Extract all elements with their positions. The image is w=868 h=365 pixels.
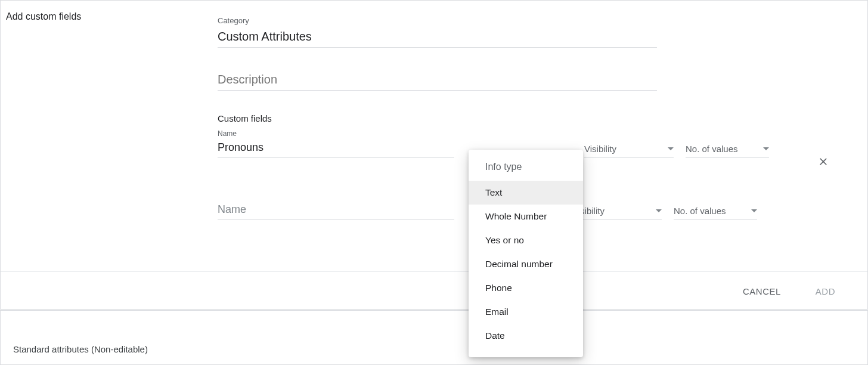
info-type-option-whole-number[interactable]: Whole Number [469, 205, 583, 228]
visibility-select[interactable]: Visibility [584, 141, 674, 158]
dialog-left-column: Add custom fields [1, 1, 218, 271]
description-field-group [218, 70, 867, 91]
dialog-title: Add custom fields [6, 11, 206, 22]
info-type-option-decimal-number[interactable]: Decimal number [469, 252, 583, 276]
chevron-down-icon [763, 147, 769, 150]
field-name-input[interactable] [218, 139, 454, 158]
standard-attributes-heading: Standard attributes (Non-editable) [13, 344, 867, 354]
category-value[interactable]: Custom Attributes [218, 27, 657, 48]
visibility-select[interactable]: Visibility [572, 203, 662, 220]
novalues-placeholder: No. of values [674, 206, 726, 216]
standard-attributes-section: Standard attributes (Non-editable) [0, 310, 868, 365]
info-type-option-yes-or-no[interactable]: Yes or no [469, 228, 583, 252]
chevron-down-icon [656, 209, 662, 212]
info-type-dropdown: Info type Text Whole Number Yes or no De… [469, 150, 583, 357]
name-sub-label: Name [218, 129, 867, 138]
info-type-option-text[interactable]: Text [469, 181, 583, 205]
info-type-dropdown-label: Info type [469, 157, 583, 181]
custom-fields-heading: Custom fields [218, 113, 867, 123]
info-type-option-phone[interactable]: Phone [469, 276, 583, 300]
cancel-button[interactable]: Cancel [743, 286, 781, 296]
description-input[interactable] [218, 70, 657, 91]
chevron-down-icon [751, 209, 757, 212]
dialog-actions: Cancel Add [1, 271, 867, 310]
chevron-down-icon [668, 147, 674, 150]
novalues-placeholder: No. of values [686, 144, 738, 154]
remove-row-button[interactable] [816, 154, 830, 169]
add-button[interactable]: Add [816, 286, 835, 296]
close-icon [817, 156, 829, 168]
dialog-body: Add custom fields Category Custom Attrib… [1, 1, 867, 271]
category-field-group: Category Custom Attributes [218, 16, 867, 48]
info-type-option-date[interactable]: Date [469, 324, 583, 348]
no-of-values-select[interactable]: No. of values [686, 141, 769, 158]
add-custom-fields-dialog: Add custom fields Category Custom Attrib… [0, 0, 868, 310]
category-label: Category [218, 16, 867, 25]
info-type-option-email[interactable]: Email [469, 300, 583, 324]
visibility-placeholder: Visibility [584, 144, 616, 154]
field-name-input[interactable] [218, 201, 454, 220]
no-of-values-select[interactable]: No. of values [674, 203, 757, 220]
